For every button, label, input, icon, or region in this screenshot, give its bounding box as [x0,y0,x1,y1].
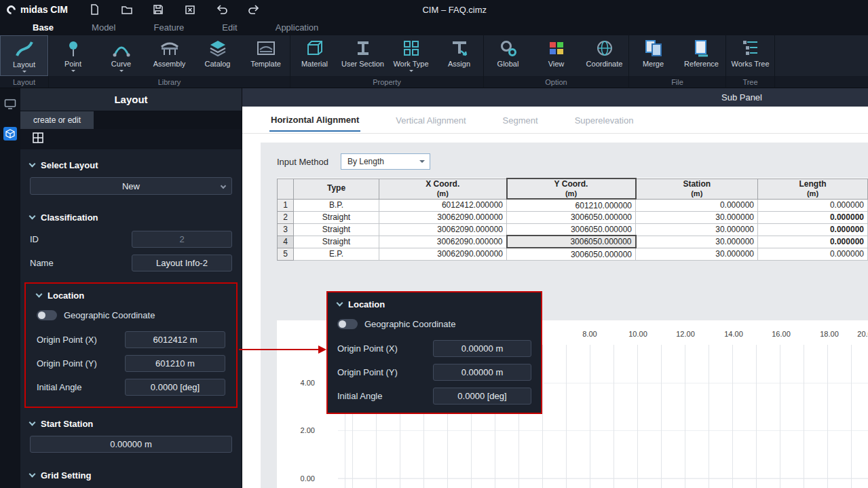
ribbon-button-view[interactable]: View [532,35,580,76]
input-method-dropdown[interactable]: By Length [341,153,430,170]
origin-y-field[interactable]: 0.00000 m [433,364,531,381]
layout-sidebar: Layout create or edit Select Layout New [20,88,242,488]
origin-y-field[interactable]: 601210 m [125,355,225,372]
ribbon-button-label: Material [301,60,328,68]
initial-angle-field[interactable]: 0.0000 [deg] [125,379,225,396]
geographic-coordinate-toggle[interactable] [337,319,358,329]
tab-segment[interactable]: Segment [502,109,540,131]
row-number-cell[interactable]: 2 [278,211,294,223]
select-layout-header[interactable]: Select Layout [30,160,232,170]
y-coord-cell[interactable]: 601210.000000 [507,199,636,211]
ribbon-button-template[interactable]: Template [242,35,290,76]
corner-header[interactable] [278,179,294,199]
origin-x-field[interactable]: 0.00000 m [433,340,531,357]
open-folder-icon[interactable] [120,3,132,16]
select-layout-dropdown[interactable]: New [30,177,232,195]
window-grid-icon[interactable] [33,132,43,146]
section-heading: Classification [41,212,98,223]
ribbon-button-point[interactable]: Point [49,35,97,76]
name-field[interactable]: Layout Info-2 [132,255,232,271]
x-coord-cell[interactable]: 30062090.000000 [379,211,507,223]
monitor-icon[interactable] [3,96,18,111]
ribbon-button-assign[interactable]: Assign [435,35,483,76]
tab-horizontal-alignment[interactable]: Horizontal Alignment [269,108,360,132]
undo-icon[interactable] [216,3,228,16]
ribbon-button-work-type[interactable]: Work Type [387,35,435,76]
new-document-icon[interactable] [88,3,100,16]
ribbon-button-works-tree[interactable]: Works Tree [726,35,774,76]
station-cell[interactable]: 0.000000 [636,199,758,211]
length-cell[interactable]: 0.000000 [758,211,868,223]
type-cell[interactable]: Straight [294,211,379,223]
col-header-type[interactable]: Type [294,179,379,199]
station-cell[interactable]: 30.000000 [636,236,758,248]
menu-tab-model[interactable]: Model [73,19,134,35]
ribbon-button-global[interactable]: Global [484,35,532,76]
col-header-length[interactable]: Length(m) [758,179,868,199]
y-coord-cell[interactable]: 3006050.000000 [507,223,636,236]
redo-icon[interactable] [248,3,260,16]
save-icon[interactable] [152,3,164,16]
col-header-station[interactable]: Station(m) [636,179,758,199]
ribbon-group-property: Material User Section Work Type [290,35,484,88]
length-cell[interactable]: 0.000000 [758,199,868,211]
y-coord-cell[interactable]: 3006050.000000 [507,211,636,223]
origin-x-label: Origin Point (X) [337,343,398,354]
tab-superelevation[interactable]: Superelevation [573,109,635,131]
ribbon-button-curve[interactable]: Curve [97,35,145,76]
col-header-y[interactable]: Y Coord.(m) [507,179,636,199]
location-header[interactable]: Location [37,290,225,301]
grid-setting-header[interactable]: Grid Setting [30,470,232,481]
ribbon-button-reference[interactable]: Reference [677,35,725,76]
geographic-coordinate-toggle[interactable] [37,310,57,320]
titlebar: midas CIM CIM – FAQ.cimz [0,0,868,19]
type-cell[interactable]: Straight [294,223,379,236]
origin-x-field[interactable]: 6012412 m [125,331,225,348]
station-cell[interactable]: 30.000000 [636,211,758,223]
x-coord-cell[interactable]: 30062090.000000 [379,223,507,236]
length-cell[interactable]: 0.000000 [758,248,868,260]
id-field[interactable]: 2 [132,231,232,248]
cube-icon[interactable] [3,126,18,141]
ribbon-button-material[interactable]: Material [290,35,339,76]
start-station-header[interactable]: Start Station [30,419,232,429]
menu-tab-base[interactable]: Base [14,19,73,35]
tab-create-or-edit[interactable]: create or edit [20,111,94,129]
x-coord-cell[interactable]: 30062090.000000 [379,236,507,248]
type-cell[interactable]: Straight [294,236,379,248]
ribbon-button-layout[interactable]: Layout [0,35,48,76]
x-coord-cell[interactable]: 6012412.000000 [379,199,507,211]
export-icon[interactable] [184,3,196,16]
start-station-field[interactable]: 0.00000 m [30,436,232,453]
initial-angle-field[interactable]: 0.0000 [deg] [433,388,531,405]
x-coord-cell[interactable]: 30062090.000000 [379,248,507,260]
popup-location-header[interactable]: Location [337,299,531,309]
length-cell[interactable]: 0.000000 [758,236,868,248]
menu-tab-feature[interactable]: Feature [135,19,204,35]
length-cell[interactable]: 0.000000 [758,223,868,236]
ribbon-button-coordinate[interactable]: Coordinate [580,35,628,76]
classification-header[interactable]: Classification [30,212,232,223]
ribbon-button-merge[interactable]: Merge [629,35,677,76]
menu-tab-application[interactable]: Application [257,19,338,35]
y-coord-cell[interactable]: 3006050.000000 [507,248,636,260]
col-header-x[interactable]: X Coord.(m) [379,179,507,199]
reference-icon [692,39,711,58]
ribbon-button-user-section[interactable]: User Section [339,35,387,76]
app-name: midas CIM [20,4,68,15]
type-cell[interactable]: B.P. [294,199,379,211]
section-start-station: Start Station 0.00000 m [24,419,238,453]
row-number-cell[interactable]: 4 [278,236,294,248]
row-number-cell[interactable]: 3 [278,223,294,236]
menu-tab-edit[interactable]: Edit [203,19,256,35]
tab-vertical-alignment[interactable]: Vertical Alignment [394,109,467,131]
row-number-cell[interactable]: 5 [278,248,294,260]
ribbon-button-catalog[interactable]: Catalog [193,35,242,76]
station-cell[interactable]: 30.000000 [636,248,758,260]
row-number-cell[interactable]: 1 [278,199,294,211]
y-coord-cell-selected[interactable]: 3006050.000000 [507,236,636,248]
ribbon-button-assembly[interactable]: Assembly [145,35,193,76]
x-axis-tick: 18.00 [820,330,839,338]
station-cell[interactable]: 30.000000 [636,223,758,236]
type-cell[interactable]: E.P. [294,248,379,260]
